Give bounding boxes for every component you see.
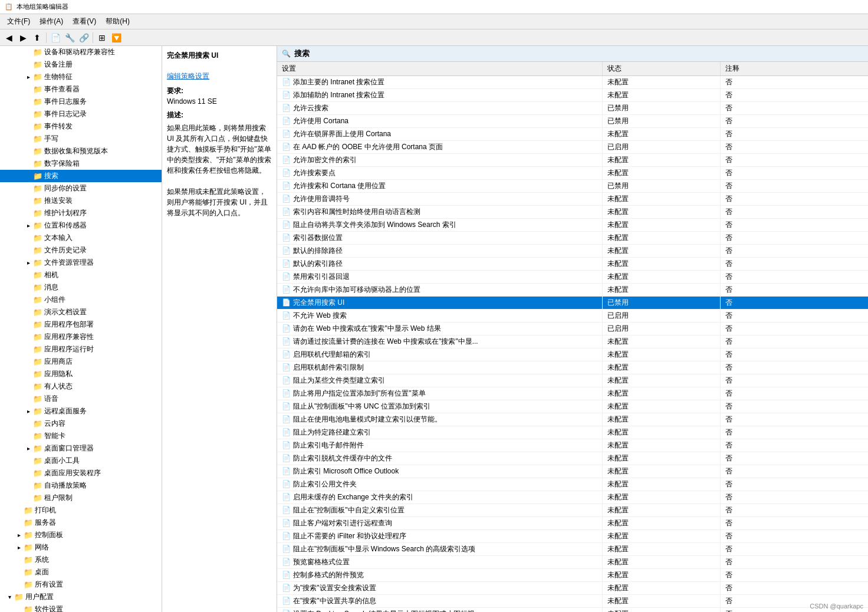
- tree-node-desktop-app-install[interactable]: 📁桌面应用安装程序: [0, 467, 162, 479]
- table-row[interactable]: 📄添加辅助的 Intranet 搜索位置未配置否: [277, 89, 868, 102]
- tree-node-demo-doc[interactable]: 📁演示文档设置: [0, 306, 162, 318]
- tree-node-bio[interactable]: ▸📁生物特征: [0, 71, 162, 83]
- tree-expand-desktop-mgr[interactable]: ▸: [24, 445, 33, 452]
- tree-node-quota[interactable]: 📁租户限制: [0, 492, 162, 504]
- view-button[interactable]: ⊞: [96, 31, 108, 44]
- table-row[interactable]: 📄阻止在使用电池电量模式时建立索引以便节能。未配置否: [277, 413, 868, 426]
- tree-node-event-log-service[interactable]: 📁事件日志服务: [0, 96, 162, 108]
- tree-node-system[interactable]: 📁系统: [0, 554, 162, 566]
- table-row[interactable]: 📄阻止在"控制面板"中自定义索引位置未配置否: [277, 504, 868, 517]
- tree-node-desktop-mgr[interactable]: ▸📁桌面窗口管理器: [0, 442, 162, 455]
- tree-node-camera[interactable]: 📁相机: [0, 269, 162, 281]
- table-row[interactable]: 📄防止索引公用文件夹未配置否: [277, 478, 868, 491]
- table-row[interactable]: 📄在"搜索"中设置共享的信息未配置否: [277, 595, 868, 608]
- tree-node-digit-safe[interactable]: 📁数字保险箱: [0, 157, 162, 170]
- tree-expand-location-sensor[interactable]: ▸: [24, 222, 33, 229]
- tree-node-desktop-tools[interactable]: 📁桌面小工具: [0, 455, 162, 467]
- up-button[interactable]: ⬆: [31, 31, 44, 44]
- table-row[interactable]: 📄允许在锁屏界面上使用 Cortana未配置否: [277, 128, 868, 141]
- table-row[interactable]: 📄禁用索引引器回退未配置否: [277, 271, 868, 284]
- tree-node-desktop[interactable]: 📁桌面: [0, 566, 162, 578]
- table-row[interactable]: 📄防止索引 Microsoft Office Outlook未配置否: [277, 465, 868, 478]
- tree-node-smart-card[interactable]: 📁智能卡: [0, 430, 162, 442]
- table-row[interactable]: 📄索引器数据位置未配置否: [277, 232, 868, 245]
- table-row[interactable]: 📄阻止为特定路径建立索引未配置否: [277, 426, 868, 439]
- table-row[interactable]: 📄默认的索引路径未配置否: [277, 258, 868, 271]
- table-row[interactable]: 📄完全禁用搜索 UI已禁用否: [277, 297, 868, 310]
- tree-node-device-compat[interactable]: 📁设备和驱动程序兼容性: [0, 46, 162, 58]
- tree-node-device-reg[interactable]: 📁设备注册: [0, 58, 162, 71]
- table-row[interactable]: 📄启用联机代理邮箱的索引未配置否: [277, 348, 868, 361]
- tree-node-autoplay[interactable]: 📁自动播放策略: [0, 479, 162, 492]
- filter-button[interactable]: 🔽: [110, 31, 123, 44]
- tree-node-voice[interactable]: 📁语音: [0, 393, 162, 405]
- new-object-button[interactable]: 📄: [49, 31, 62, 44]
- table-row[interactable]: 📄设置在 Desktop Search 结果中显示大图标视图或小图标视...未配…: [277, 608, 868, 613]
- table-row[interactable]: 📄阻止从"控制面板"中将 UNC 位置添加到索引未配置否: [277, 400, 868, 413]
- menu-item-a[interactable]: 操作(A): [35, 15, 68, 28]
- tree-expand-network[interactable]: ▸: [14, 544, 24, 551]
- table-row[interactable]: 📄允许使用音调符号未配置否: [277, 193, 868, 206]
- back-button[interactable]: ◀: [2, 31, 15, 44]
- tree-node-printer[interactable]: 📁打印机: [0, 504, 162, 516]
- tree-node-search[interactable]: 📁搜索: [0, 170, 162, 182]
- table-row[interactable]: 📄启用联机邮件索引限制未配置否: [277, 361, 868, 374]
- table-row[interactable]: 📄阻止不需要的 iFilter 和协议处理程序未配置否: [277, 530, 868, 543]
- tree-expand-remote-desktop[interactable]: ▸: [24, 408, 33, 414]
- tree-node-event-log[interactable]: 📁事件日志记录: [0, 108, 162, 120]
- tree-node-sync-settings[interactable]: 📁同步你的设置: [0, 182, 162, 195]
- tree-expand-control-panel[interactable]: ▸: [14, 532, 24, 538]
- link-button[interactable]: 🔗: [77, 31, 90, 44]
- table-row[interactable]: 📄索引内容和属性时始终使用自动语言检测未配置否: [277, 206, 868, 219]
- tree-node-maintain[interactable]: 📁维护计划程序: [0, 207, 162, 219]
- tree-node-file-resource[interactable]: ▸📁文件资源管理器: [0, 256, 162, 269]
- tree-node-app-compat[interactable]: 📁应用程序兼容性: [0, 331, 162, 343]
- table-row[interactable]: 📄请勿通过按流量计费的连接在 Web 中搜索或在"搜索"中显...未配置否: [277, 335, 868, 348]
- tree-node-app-store[interactable]: 📁应用商店: [0, 356, 162, 368]
- forward-button[interactable]: ▶: [17, 31, 29, 44]
- tree-expand-file-resource[interactable]: ▸: [24, 259, 33, 266]
- table-row[interactable]: 📄在 AAD 帐户的 OOBE 中允许使用 Cortana 页面已启用否: [277, 141, 868, 154]
- tree-expand-user-config[interactable]: ▾: [5, 594, 14, 600]
- tree-node-network[interactable]: ▸📁网络: [0, 541, 162, 554]
- properties-button[interactable]: 🔧: [63, 31, 76, 44]
- menu-item-v[interactable]: 查看(V): [68, 15, 101, 28]
- tree-node-event-viewer[interactable]: 📁事件查看器: [0, 83, 162, 96]
- tree-node-data-collect[interactable]: 📁数据收集和预览版本: [0, 145, 162, 157]
- table-row[interactable]: 📄启用未缓存的 Exchange 文件夹的索引未配置否: [277, 491, 868, 504]
- table-row[interactable]: 📄请勿在 Web 中搜索或在"搜索"中显示 Web 结果已启用否: [277, 323, 868, 335]
- table-row[interactable]: 📄允许使用 Cortana已禁用否: [277, 115, 868, 128]
- table-row[interactable]: 📄阻止为某些文件类型建立索引未配置否: [277, 374, 868, 387]
- tree-node-widget[interactable]: 📁小组件: [0, 294, 162, 306]
- tree-expand-bio[interactable]: ▸: [24, 74, 33, 80]
- table-row[interactable]: 📄预览窗格格式位置未配置否: [277, 556, 868, 569]
- tree-node-push-install[interactable]: 📁推送安装: [0, 195, 162, 207]
- table-row[interactable]: 📄添加主要的 Intranet 搜索位置未配置否: [277, 76, 868, 89]
- tree-node-server[interactable]: 📁服务器: [0, 516, 162, 529]
- table-row[interactable]: 📄阻止在"控制面板"中显示 Windows Search 的高级索引选项未配置否: [277, 543, 868, 556]
- tree-node-message[interactable]: 📁消息: [0, 281, 162, 294]
- col-header-status[interactable]: 状态: [602, 62, 720, 76]
- table-row[interactable]: 📄允许云搜索已禁用否: [277, 102, 868, 115]
- tree-node-app-privacy[interactable]: 📁应用隐私: [0, 368, 162, 380]
- table-row[interactable]: 📄控制多格式的附件预览未配置否: [277, 569, 868, 582]
- menu-item-f[interactable]: 文件(F): [2, 15, 35, 28]
- tree-node-handwriting[interactable]: 📁手写: [0, 133, 162, 145]
- tree-node-app-runtime[interactable]: 📁应用程序运行时: [0, 343, 162, 356]
- table-row[interactable]: 📄不允许 Web 搜索已启用否: [277, 310, 868, 323]
- tree-node-user-config[interactable]: ▾📁用户配置: [0, 591, 162, 603]
- table-row[interactable]: 📄不允许向库中添加可移动驱动器上的位置未配置否: [277, 284, 868, 297]
- table-row[interactable]: 📄阻止自动将共享文件夹添加到 Windows Search 索引未配置否: [277, 219, 868, 232]
- tree-node-file-history[interactable]: 📁文件历史记录: [0, 244, 162, 256]
- table-row[interactable]: 📄防止索引脱机文件缓存中的文件未配置否: [277, 452, 868, 465]
- tree-node-control-panel[interactable]: ▸📁控制面板: [0, 529, 162, 541]
- tree-panel[interactable]: 📁设备和驱动程序兼容性📁设备注册▸📁生物特征📁事件查看器📁事件日志服务📁事件日志…: [0, 46, 162, 612]
- table-row[interactable]: 📄为"搜索"设置安全搜索设置未配置否: [277, 582, 868, 595]
- policy-table[interactable]: 设置 状态 注释 📄添加主要的 Intranet 搜索位置未配置否📄添加辅助的 …: [277, 62, 868, 612]
- menu-item-h[interactable]: 帮助(H): [101, 15, 134, 28]
- tree-node-cloud-content[interactable]: 📁云内容: [0, 417, 162, 430]
- tree-node-location-sensor[interactable]: ▸📁位置和传感器: [0, 219, 162, 232]
- tree-node-app-pkg-mgr[interactable]: 📁应用程序包部署: [0, 318, 162, 331]
- table-row[interactable]: 📄默认的排除路径未配置否: [277, 245, 868, 258]
- tree-node-presence[interactable]: 📁有人状态: [0, 380, 162, 393]
